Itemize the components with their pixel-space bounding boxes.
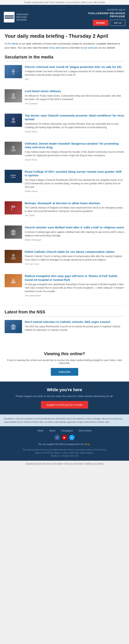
footer-social: f ▶ t <box>4 435 125 440</box>
main-content: Your daily media briefing - Thursday 2 A… <box>0 29 129 346</box>
logo-bar-3 <box>5 18 14 19</box>
article-thumb-2 <box>5 89 22 102</box>
footer-nav-campaigns[interactable]: Campaigns <box>61 429 73 432</box>
podcasts-link[interactable]: podcasts <box>88 46 98 49</box>
article-title-5[interactable]: Royal College of GPs' assisted dying sur… <box>25 170 124 177</box>
footer-nav-about[interactable]: About <box>49 429 55 432</box>
logo-line2: secular <box>16 16 28 18</box>
footer: News About Campaigns Get involved f ▶ t … <box>0 426 129 461</box>
update-details-link[interactable]: Update your details <box>85 462 104 464</box>
articles-list: Church criticised over Covid-19 'plague … <box>5 65 124 302</box>
svg-point-18 <box>11 257 16 260</box>
section-divider <box>5 306 124 306</box>
youtube-icon[interactable]: ▶ <box>62 435 67 440</box>
table-row: Lord Garel-Jones obituary An obituary to… <box>5 89 124 109</box>
svg-point-4 <box>11 96 16 99</box>
unsubscribe-text: Unsubscribe from this list (In the media… <box>25 462 104 464</box>
article-title-7[interactable]: Church minister sues Belfast hotel after… <box>25 226 124 230</box>
svg-text:STOP: STOP <box>12 206 15 208</box>
footer-legal-line1: This email has been sent to you by Natio… <box>4 448 125 452</box>
article-title-1[interactable]: Church criticised over Covid-19 'plague … <box>25 65 124 69</box>
disclaimer-text: Disclaimer: Links are provided to extern… <box>4 418 123 423</box>
article-source-8: The Irish Times <box>25 263 39 265</box>
donate-button[interactable]: Donate <box>93 20 108 26</box>
article-thumb-5: PoliticsHome <box>5 170 22 183</box>
article-source-2: The Guardian <box>25 102 38 105</box>
article-source-4: Jewish News <box>25 158 37 161</box>
table-row: Radical evangelist who says gays will bu… <box>5 274 124 301</box>
article-thumb-8 <box>5 250 22 263</box>
person-icon <box>10 254 16 260</box>
support-button[interactable]: Support us from just £1 a month <box>41 401 88 408</box>
shop-link[interactable]: Shop <box>84 443 90 446</box>
header-buttons: Donate Join us <box>88 20 125 26</box>
viewing-title: Viewing this online? <box>4 351 125 356</box>
join-button[interactable]: Join us <box>110 20 125 26</box>
footer-legal: This email has been sent to you by Natio… <box>4 448 125 458</box>
svg-rect-23 <box>12 327 14 330</box>
svg-marker-15 <box>11 230 16 231</box>
article-body-5: Royal College of GPs' assisted dying sur… <box>25 170 124 192</box>
building-icon <box>10 229 16 235</box>
article-title-9[interactable]: Radical evangelist who says gays will bu… <box>25 274 124 282</box>
svg-point-9 <box>12 146 15 148</box>
optout-link[interactable]: Opt-out of all emails <box>65 462 84 464</box>
person-icon <box>10 145 16 151</box>
table-row: Orthodox Jewish leader branded 'dangerou… <box>5 142 124 166</box>
svg-rect-0 <box>12 72 14 74</box>
article-body-9: Radical evangelist who says gays will bu… <box>25 274 124 297</box>
article-title-2[interactable]: Lord Garel-Jones obituary <box>25 89 124 93</box>
article-source-6: The Tablet <box>25 214 35 216</box>
top-bar: Trouble reading this email? View newslet… <box>0 0 129 5</box>
article-body-8: Polish Catholic Church liable for sex ab… <box>25 250 124 266</box>
in-the-media-link[interactable]: In the Media <box>5 42 18 45</box>
logo-icon <box>4 12 14 22</box>
nss-article-title-1[interactable]: Don't extend selection in Catholic schoo… <box>25 320 124 324</box>
site-url: secularism.org.uk <box>88 8 125 11</box>
church-icon <box>10 69 16 74</box>
top-bar-text: Trouble reading this email? View newslet… <box>24 1 105 4</box>
article-title-3[interactable]: Top doctor says Charedi community presen… <box>25 114 124 121</box>
article-desc-5: The Royal College of General Practitione… <box>25 178 124 189</box>
table-row: Top doctor says Charedi community presen… <box>5 114 124 138</box>
article-body-2: Lord Garel-Jones obituary An obituary to… <box>25 89 124 105</box>
logo-area: national secular society <box>4 12 28 22</box>
svg-rect-16 <box>13 233 14 235</box>
article-title-8[interactable]: Polish Catholic Church liable for sex ab… <box>25 250 124 254</box>
footer-support-text: You can support the NSS by buying from o… <box>4 443 125 446</box>
unsubscribe-link[interactable]: Unsubscribe from this list (In the media… <box>25 462 63 464</box>
svg-point-10 <box>11 149 16 151</box>
svg-rect-20 <box>13 282 14 284</box>
article-title-6[interactable]: Bishops 'dismayed' at decision to allow … <box>25 201 124 205</box>
table-row: STOP Bishops 'dismayed' at decision to a… <box>5 201 124 222</box>
svg-point-3 <box>12 93 15 96</box>
footer-legal-line2: Address: 25 Red Lion Square, London, WC1… <box>4 452 125 454</box>
header-right: secularism.org.uk CHALLENGING RELIGIOUSP… <box>88 8 125 26</box>
svg-point-17 <box>12 254 15 257</box>
media-section-title: Secularism in the media <box>5 54 124 62</box>
footer-nav-getinvolved[interactable]: Get involved <box>79 429 92 432</box>
article-thumb-1 <box>5 65 22 78</box>
facebook-icon[interactable]: f <box>54 435 60 440</box>
subscribe-button[interactable]: Subscribe <box>51 368 78 376</box>
article-desc-2: An obituary to Tristan Garel-Jones, Cons… <box>25 94 124 101</box>
footer-nav-news[interactable]: News <box>38 429 43 432</box>
article-desc-7: A minister is taking legal action agains… <box>25 230 124 237</box>
tagline: CHALLENGING RELIGIOUSPRIVILEGE <box>88 12 125 18</box>
article-thumb-3 <box>5 114 22 127</box>
intro-end: on our website. <box>99 46 116 49</box>
article-source-3: Jewish News <box>25 130 37 133</box>
article-desc-6: The Catholic bishops of England and Wale… <box>25 206 124 213</box>
nss-article-body-1: Don't extend selection in Catholic schoo… <box>25 320 124 333</box>
article-title-4[interactable]: Orthodox Jewish leader branded 'dangerou… <box>25 142 124 149</box>
tent-icon <box>10 278 16 284</box>
opinion-link[interactable]: opinion <box>61 46 69 49</box>
intro-after: and listen to our <box>69 46 88 49</box>
twitter-icon[interactable]: t <box>69 435 75 440</box>
news-link[interactable]: news <box>49 46 55 49</box>
footer-support-after: . <box>90 443 91 446</box>
table-row: Church minister sues Belfast hotel after… <box>5 226 124 246</box>
article-desc-4: A top medical expert has sharply critici… <box>25 150 124 157</box>
nss-article-desc-1: The NSS has urged Renfrewshire Council n… <box>25 325 124 332</box>
article-body-1: Church criticised over Covid-19 'plague … <box>25 65 124 81</box>
